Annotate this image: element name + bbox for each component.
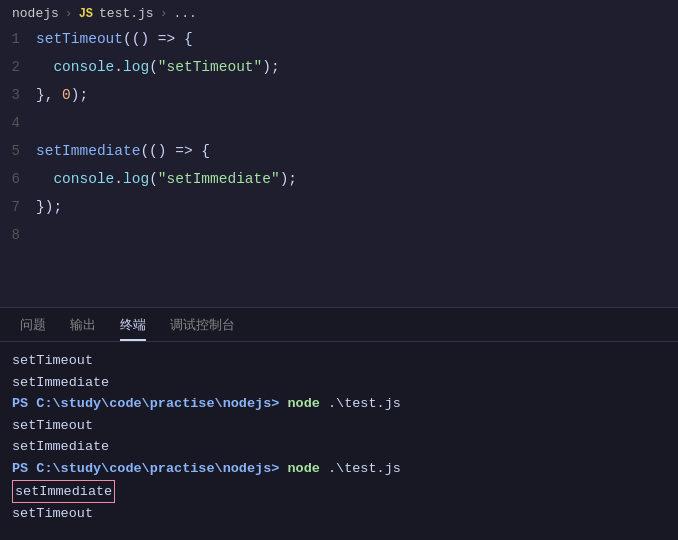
highlighted-text: setImmediate	[12, 480, 115, 504]
breadcrumb-sep-1: ›	[65, 6, 73, 21]
terminal-line: setImmediate	[12, 372, 666, 394]
code-line: 1setTimeout(() => {	[0, 31, 678, 59]
breadcrumb-sep-2: ›	[160, 6, 168, 21]
breadcrumb-ellipsis: ...	[173, 6, 196, 21]
code-line: 4	[0, 115, 678, 143]
breadcrumb-js-badge: JS	[79, 7, 93, 21]
terminal-line: setTimeout	[12, 415, 666, 437]
code-line: 2 console.log("setTimeout");	[0, 59, 678, 87]
line-number: 5	[8, 143, 36, 159]
terminal-line: PS C:\study\code\practise\nodejs> node .…	[12, 393, 666, 415]
code-line: 5setImmediate(() => {	[0, 143, 678, 171]
breadcrumb-nodejs: nodejs	[12, 6, 59, 21]
line-number: 8	[8, 227, 36, 243]
line-number: 4	[8, 115, 36, 131]
terminal-output: setTimeoutsetImmediatePS C:\study\code\p…	[0, 342, 678, 533]
line-number: 1	[8, 31, 36, 47]
line-number: 2	[8, 59, 36, 75]
line-content: console.log("setTimeout");	[36, 59, 280, 75]
line-content: console.log("setImmediate");	[36, 171, 297, 187]
line-content: }, 0);	[36, 87, 88, 103]
terminal-line: PS C:\study\code\practise\nodejs> node .…	[12, 458, 666, 480]
line-number: 3	[8, 87, 36, 103]
code-line: 6 console.log("setImmediate");	[0, 171, 678, 199]
code-line: 7});	[0, 199, 678, 227]
terminal-line: setTimeout	[12, 350, 666, 372]
tab-调试控制台[interactable]: 调试控制台	[158, 310, 247, 340]
code-line: 3}, 0);	[0, 87, 678, 115]
breadcrumb-filename: test.js	[99, 6, 154, 21]
code-line: 8	[0, 227, 678, 255]
terminal-line: setTimeout	[12, 503, 666, 525]
line-content: setImmediate(() => {	[36, 143, 210, 159]
terminal-line: setImmediate	[12, 480, 666, 504]
tab-终端[interactable]: 终端	[108, 310, 158, 340]
breadcrumb: nodejs › JS test.js › ...	[0, 0, 678, 27]
code-editor: 1setTimeout(() => {2 console.log("setTim…	[0, 27, 678, 307]
line-number: 6	[8, 171, 36, 187]
line-content: });	[36, 199, 62, 215]
tab-问题[interactable]: 问题	[8, 310, 58, 340]
panel-tabs: 问题输出终端调试控制台	[0, 308, 678, 342]
terminal-line: setImmediate	[12, 436, 666, 458]
line-number: 7	[8, 199, 36, 215]
line-content: setTimeout(() => {	[36, 31, 193, 47]
tab-输出[interactable]: 输出	[58, 310, 108, 340]
bottom-panel: 问题输出终端调试控制台 setTimeoutsetImmediatePS C:\…	[0, 308, 678, 540]
